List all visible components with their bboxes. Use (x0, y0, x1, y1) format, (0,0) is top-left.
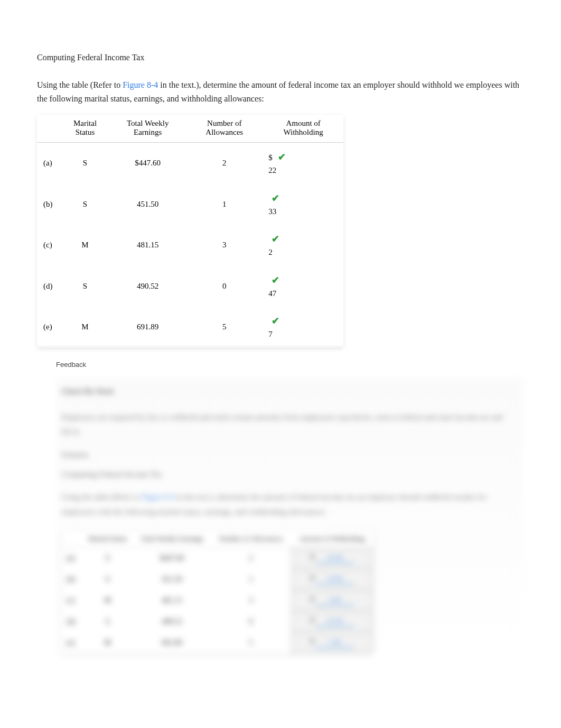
answer-input: 7.00 (316, 638, 353, 648)
col-marital: Marital Status (60, 115, 110, 143)
col-blank (37, 115, 60, 143)
blur-table: Marital Status Total Weekly Earnings Num… (61, 530, 373, 653)
answer-input: 47.00 (316, 616, 353, 627)
feedback-label: Feedback (56, 361, 524, 368)
withholding-table: Marital Status Total Weekly Earnings Num… (37, 115, 343, 348)
answer-input: 2.00 (316, 595, 353, 606)
table-row: (d)S490.520✔47 (37, 266, 343, 307)
cell-answer: $22.00 (291, 547, 373, 569)
col-earnings: Total Weekly Earnings (110, 115, 185, 143)
cell-answer: $33.00 (291, 569, 373, 590)
blur-col-earnings: Total Weekly Earnings (133, 530, 211, 548)
cell-marital: M (60, 225, 110, 266)
cell-allowances: 2 (185, 143, 263, 184)
cell-marital: S (82, 547, 133, 569)
cell-withholding: ✔7 (263, 307, 343, 348)
dollar-sign: $ (311, 553, 314, 561)
cell-marital: M (82, 590, 133, 611)
cell-marital: M (60, 307, 110, 348)
blur-col-allowances: Number of Allowances (211, 530, 291, 548)
cell-earnings: $447.60 (110, 143, 185, 184)
cell-withholding: $✔22 (263, 143, 343, 184)
cell-allowances: 2 (211, 547, 291, 569)
answer-input: 33.00 (316, 574, 353, 585)
intro-prefix: Using the table (Refer to (37, 80, 123, 89)
row-label: (b) (37, 184, 60, 225)
table-row: (b)S451.501$33.00 (61, 569, 373, 590)
cell-marital: S (60, 143, 110, 184)
check-icon: ✔ (272, 191, 279, 206)
blur-col-blank (61, 530, 82, 548)
cell-earnings: 451.50 (133, 569, 211, 590)
dollar-sign: $ (311, 574, 314, 582)
page-title: Computing Federal Income Tax (37, 53, 524, 62)
row-label: (d) (37, 266, 60, 307)
cell-answer: $47.00 (291, 611, 373, 632)
cell-marital: S (60, 184, 110, 225)
cell-earnings: 490.52 (110, 266, 185, 307)
row-label: (e) (37, 307, 60, 348)
blur-intro2: Using the table (Refer to Figure 8-4 in … (61, 490, 519, 520)
cell-marital: S (82, 611, 133, 632)
withholding-value: 47 (268, 288, 279, 300)
cell-earnings: 490.52 (133, 611, 211, 632)
cell-answer: $7.00 (291, 632, 373, 653)
blur-figure-link: Figure 8-4 (142, 493, 175, 501)
row-label: (b) (61, 569, 82, 590)
blur-paragraph: Employers are required by law to withhol… (61, 410, 519, 440)
cell-allowances: 1 (185, 184, 263, 225)
row-label: (a) (61, 547, 82, 569)
dollar-sign: $ (268, 153, 273, 162)
blurred-solution: Check My Work Employers are required by … (56, 377, 524, 659)
cell-earnings: 481.15 (110, 225, 185, 266)
cell-earnings: 691.89 (133, 632, 211, 653)
table-row: (c)M481.153$2.00 (61, 590, 373, 611)
answer-input: 22.00 (316, 553, 353, 564)
intro-paragraph: Using the table (Refer to Figure 8-4 in … (37, 78, 524, 105)
cell-allowances: 5 (185, 307, 263, 348)
cell-earnings: 451.50 (110, 184, 185, 225)
cell-allowances: 3 (185, 225, 263, 266)
cell-allowances: 5 (211, 632, 291, 653)
cell-allowances: 0 (185, 266, 263, 307)
blur-intro2-prefix: Using the table (Refer to (61, 493, 142, 501)
row-label: (c) (61, 590, 82, 611)
cell-earnings: 691.89 (110, 307, 185, 348)
cell-withholding: ✔47 (263, 266, 343, 307)
table-row: (a)S$447.602$22.00 (61, 547, 373, 569)
col-withholding: Amount of Withholding (263, 115, 343, 143)
cell-withholding: ✔33 (263, 184, 343, 225)
table-row: (d)S490.520$47.00 (61, 611, 373, 632)
row-label: (a) (37, 143, 60, 184)
cell-withholding: ✔2 (263, 225, 343, 266)
cell-marital: S (60, 266, 110, 307)
check-icon: ✔ (272, 314, 279, 328)
cell-marital: S (82, 569, 133, 590)
blur-section-label: Check My Work (61, 388, 519, 396)
cell-allowances: 1 (211, 569, 291, 590)
figure-link[interactable]: Figure 8-4 (123, 80, 158, 89)
blur-col-marital: Marital Status (82, 530, 133, 548)
table-row: (c)M481.153✔2 (37, 225, 343, 266)
withholding-value: 2 (268, 246, 279, 259)
cell-answer: $2.00 (291, 590, 373, 611)
dollar-sign: $ (311, 638, 314, 646)
withholding-value: 33 (268, 206, 279, 218)
table-row: (e)M691.895$7.00 (61, 632, 373, 653)
table-row: (b)S451.501✔33 (37, 184, 343, 225)
table-row: (e)M691.895✔7 (37, 307, 343, 348)
check-icon: ✔ (272, 273, 279, 288)
row-label: (d) (61, 611, 82, 632)
blur-heading2: Computing Federal Income Tax (61, 470, 519, 479)
check-icon: ✔ (278, 150, 286, 164)
blur-solution-label: Solution (61, 450, 519, 459)
row-label: (c) (37, 225, 60, 266)
cell-allowances: 0 (211, 611, 291, 632)
dollar-sign: $ (311, 616, 314, 624)
cell-allowances: 3 (211, 590, 291, 611)
row-label: (e) (61, 632, 82, 653)
table-row: (a)S$447.602$✔22 (37, 143, 343, 184)
blur-intro2-suffix: in the text.), determine the amount of f… (61, 493, 487, 517)
cell-earnings: 481.15 (133, 590, 211, 611)
col-allowances: Number of Allowances (185, 115, 263, 143)
